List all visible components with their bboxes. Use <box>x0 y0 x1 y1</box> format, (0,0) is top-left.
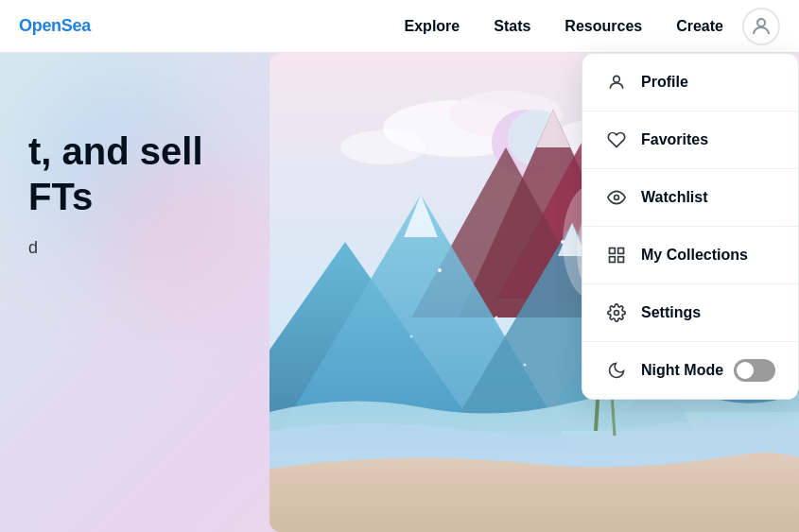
watchlist-label: Watchlist <box>641 189 775 206</box>
night-mode-toggle[interactable] <box>734 359 775 382</box>
gear-icon <box>605 301 628 324</box>
dropdown-item-favorites[interactable]: Favorites <box>582 112 798 169</box>
svg-point-36 <box>614 76 620 82</box>
my-collections-label: My Collections <box>641 247 775 264</box>
eye-icon <box>605 186 628 209</box>
favorites-label: Favorites <box>641 131 775 148</box>
hero-headline: t, and sell FTs <box>28 129 203 219</box>
grid-icon <box>605 244 628 266</box>
dropdown-item-night-mode[interactable]: Night Mode <box>582 342 798 399</box>
svg-point-37 <box>615 196 619 200</box>
dropdown-item-my-collections[interactable]: My Collections <box>582 227 798 284</box>
logo[interactable]: OpenSea <box>19 16 91 36</box>
hero-text: t, and sell FTs d <box>28 129 203 258</box>
nav-links: Explore Stats Resources Create <box>405 18 723 35</box>
nav-stats[interactable]: Stats <box>494 18 530 35</box>
profile-label: Profile <box>641 74 775 91</box>
svg-rect-39 <box>618 249 624 254</box>
svg-point-31 <box>410 335 413 338</box>
svg-point-42 <box>615 311 619 316</box>
svg-rect-41 <box>618 257 624 263</box>
toggle-knob <box>737 362 754 379</box>
heart-icon <box>605 129 628 151</box>
navbar: OpenSea Explore Stats Resources Create <box>0 0 799 53</box>
settings-label: Settings <box>641 304 775 321</box>
dropdown-item-settings[interactable]: Settings <box>582 284 798 342</box>
person-icon <box>605 71 628 94</box>
dropdown-item-watchlist[interactable]: Watchlist <box>582 169 798 227</box>
nav-resources[interactable]: Resources <box>565 18 642 35</box>
nav-create[interactable]: Create <box>676 18 723 35</box>
svg-point-0 <box>757 19 765 26</box>
moon-icon <box>605 359 628 382</box>
nav-explore[interactable]: Explore <box>405 18 460 35</box>
user-dropdown: Profile Favorites Watchlist <box>582 53 799 400</box>
dropdown-item-profile[interactable]: Profile <box>582 54 798 112</box>
svg-rect-40 <box>610 257 616 263</box>
svg-point-6 <box>340 130 426 164</box>
night-mode-label: Night Mode <box>641 362 734 379</box>
svg-rect-38 <box>610 249 616 254</box>
svg-point-27 <box>495 317 498 319</box>
user-avatar-button[interactable] <box>742 8 780 45</box>
svg-point-33 <box>524 364 527 367</box>
svg-point-26 <box>438 268 442 272</box>
hero-subtext: d <box>28 238 203 258</box>
